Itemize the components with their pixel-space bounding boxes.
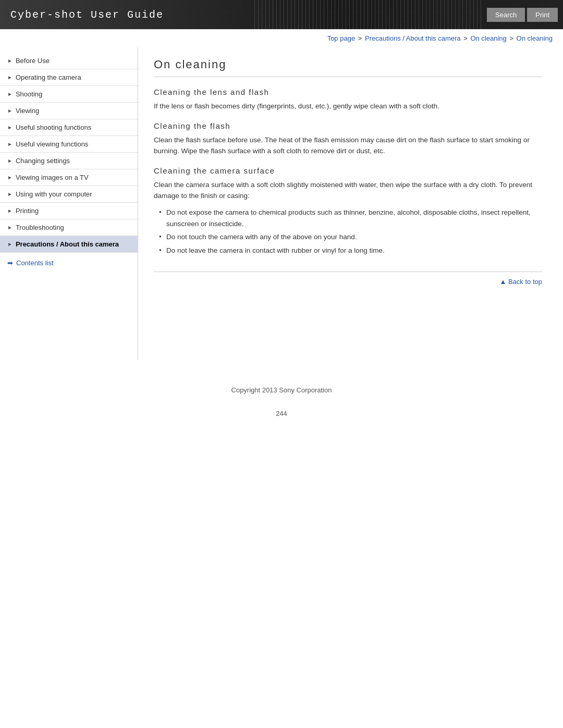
arrow-icon-using-computer: ► bbox=[7, 191, 13, 197]
arrow-icon-precautions: ► bbox=[7, 241, 13, 247]
breadcrumb-toppage[interactable]: Top page bbox=[327, 34, 356, 42]
sidebar-item-useful-viewing[interactable]: ► Useful viewing functions bbox=[0, 136, 138, 153]
sidebar-item-viewing-tv[interactable]: ► Viewing images on a TV bbox=[0, 169, 138, 186]
sidebar-item-precautions[interactable]: ► Precautions / About this camera bbox=[0, 236, 138, 253]
contents-list-label: Contents list bbox=[16, 259, 54, 267]
bullet-item-1: Do not expose the camera to chemical pro… bbox=[159, 207, 542, 229]
breadcrumb-sep-2: > bbox=[463, 34, 469, 42]
arrow-icon-useful-shooting: ► bbox=[7, 125, 13, 130]
breadcrumb-sep-1: > bbox=[358, 34, 364, 42]
sidebar-item-using-computer[interactable]: ► Using with your computer bbox=[0, 186, 138, 203]
breadcrumb-precautions[interactable]: Precautions / About this camera bbox=[365, 34, 461, 42]
page-number: 244 bbox=[0, 410, 563, 417]
sidebar-label-printing: Printing bbox=[16, 207, 39, 215]
sidebar-item-changing-settings[interactable]: ► Changing settings bbox=[0, 153, 138, 169]
print-button[interactable]: Print bbox=[527, 8, 558, 22]
sidebar-label-useful-shooting: Useful shooting functions bbox=[16, 124, 91, 131]
sidebar-item-useful-shooting[interactable]: ► Useful shooting functions bbox=[0, 119, 138, 136]
back-to-top: ▲ Back to top bbox=[154, 272, 542, 286]
breadcrumb: Top page > Precautions / About this came… bbox=[0, 29, 563, 47]
section-title-lens: Cleaning the lens and flash bbox=[154, 88, 542, 96]
section-text-flash: Clean the flash surface before use. The … bbox=[154, 134, 542, 157]
arrow-icon-before-use: ► bbox=[7, 58, 13, 64]
copyright-text: Copyright 2013 Sony Corporation bbox=[231, 386, 332, 394]
header-buttons: Search Print bbox=[482, 0, 563, 29]
bullet-item-2: Do not touch the camera with any of the … bbox=[159, 231, 542, 243]
section-text-lens: If the lens or flash becomes dirty (fing… bbox=[154, 101, 542, 112]
section-title-flash: Cleaning the flash bbox=[154, 121, 542, 130]
sidebar-label-using-computer: Using with your computer bbox=[16, 190, 92, 198]
main-layout: ► Before Use ► Operating the camera ► Sh… bbox=[0, 47, 563, 360]
back-to-top-link[interactable]: ▲ Back to top bbox=[499, 278, 542, 286]
header-decoration bbox=[251, 0, 482, 29]
sidebar-label-useful-viewing: Useful viewing functions bbox=[16, 140, 88, 148]
sidebar-label-shooting: Shooting bbox=[16, 90, 42, 98]
app-title: Cyber-shot User Guide bbox=[10, 9, 164, 21]
header: Cyber-shot User Guide Search Print bbox=[0, 0, 563, 29]
sidebar-label-viewing-tv: Viewing images on a TV bbox=[16, 174, 89, 181]
arrow-icon-changing-settings: ► bbox=[7, 158, 13, 164]
sidebar: ► Before Use ► Operating the camera ► Sh… bbox=[0, 47, 138, 360]
bullet-item-3: Do not leave the camera in contact with … bbox=[159, 245, 542, 256]
sidebar-label-troubleshooting: Troubleshooting bbox=[16, 224, 64, 231]
sidebar-item-printing[interactable]: ► Printing bbox=[0, 203, 138, 219]
breadcrumb-sep-3: > bbox=[509, 34, 515, 42]
sidebar-label-before-use: Before Use bbox=[16, 57, 50, 65]
sidebar-label-precautions: Precautions / About this camera bbox=[16, 240, 119, 248]
breadcrumb-oncleaning-parent[interactable]: On cleaning bbox=[470, 34, 506, 42]
arrow-icon-printing: ► bbox=[7, 208, 13, 214]
section-text-camera-surface: Clean the camera surface with a soft clo… bbox=[154, 179, 542, 202]
section-title-camera-surface: Cleaning the camera surface bbox=[154, 166, 542, 175]
arrow-icon-shooting: ► bbox=[7, 91, 13, 97]
sidebar-label-viewing: Viewing bbox=[16, 107, 39, 115]
contents-list-link[interactable]: ➡ Contents list bbox=[0, 253, 138, 273]
breadcrumb-oncleaning-current[interactable]: On cleaning bbox=[517, 34, 553, 42]
header-title-area: Cyber-shot User Guide bbox=[0, 0, 251, 29]
sidebar-item-shooting[interactable]: ► Shooting bbox=[0, 86, 138, 103]
arrow-icon-troubleshooting: ► bbox=[7, 225, 13, 230]
arrow-icon-viewing-tv: ► bbox=[7, 175, 13, 180]
sidebar-item-before-use[interactable]: ► Before Use bbox=[0, 53, 138, 69]
sidebar-item-operating-camera[interactable]: ► Operating the camera bbox=[0, 69, 138, 86]
content-area: On cleaning Cleaning the lens and flash … bbox=[138, 47, 563, 296]
sidebar-label-changing-settings: Changing settings bbox=[16, 157, 70, 165]
search-button[interactable]: Search bbox=[487, 8, 525, 22]
arrow-icon-operating-camera: ► bbox=[7, 75, 13, 80]
arrow-icon-useful-viewing: ► bbox=[7, 141, 13, 147]
sidebar-item-viewing[interactable]: ► Viewing bbox=[0, 103, 138, 119]
sidebar-label-operating-camera: Operating the camera bbox=[16, 73, 81, 81]
arrow-icon-viewing: ► bbox=[7, 108, 13, 114]
page-title: On cleaning bbox=[154, 58, 542, 77]
sidebar-item-troubleshooting[interactable]: ► Troubleshooting bbox=[0, 219, 138, 236]
cleaning-bullet-list: Do not expose the camera to chemical pro… bbox=[154, 207, 542, 256]
footer: Copyright 2013 Sony Corporation bbox=[0, 376, 563, 404]
arrow-right-icon: ➡ bbox=[7, 259, 13, 267]
